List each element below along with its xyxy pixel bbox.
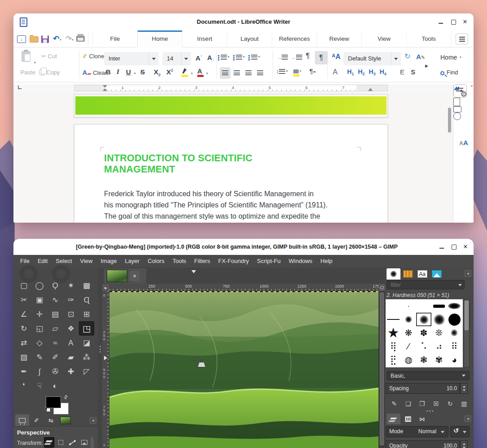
brush-item[interactable] [386, 299, 401, 313]
image-tab[interactable] [58, 414, 72, 426]
brush-item[interactable] [416, 299, 431, 313]
increase-indent-button[interactable]: → [277, 54, 288, 60]
brush-item[interactable] [416, 313, 431, 326]
writer-tab-review[interactable]: Review [317, 30, 361, 47]
highlight-caret[interactable]: ▾ [191, 72, 193, 75]
device-status-tab[interactable]: ✐ [30, 414, 43, 426]
font-color-button[interactable]: A [197, 67, 202, 75]
gimp-tool-text[interactable]: A [63, 336, 78, 350]
brush-item[interactable] [431, 299, 447, 313]
gimp-tool-foreground-select[interactable]: ▣ [32, 293, 47, 307]
brush-item[interactable]: ✽ [416, 326, 431, 340]
gimp-tool-color-picker[interactable]: ✑ [63, 293, 78, 307]
brush-item[interactable]: ❊ [431, 326, 447, 340]
find-button[interactable]: Find [440, 69, 458, 76]
gimp-tool-heal[interactable]: ✚ [63, 364, 78, 379]
clear-formatting-button[interactable]: AClear [83, 69, 107, 76]
gimp-tool-fuzzy-select[interactable]: ✶ [63, 278, 78, 293]
font-name-caret[interactable] [149, 52, 159, 65]
menu-item[interactable]: Edit [34, 255, 52, 267]
font-color-caret[interactable]: ▾ [206, 72, 208, 75]
heading-style-button[interactable]: H2 [358, 68, 365, 75]
menu-item[interactable]: Tools [169, 255, 190, 267]
new-document-icon[interactable]: ↓ [17, 35, 26, 43]
gimp-tool-scissors-select[interactable]: ✂ [16, 293, 31, 307]
menu-item[interactable]: Image [96, 255, 121, 267]
gimp-tool-shear[interactable]: ▱ [48, 321, 63, 336]
document-paragraph[interactable]: Frederick Taylor introduced his theory o… [104, 188, 362, 222]
indent-marker-left[interactable] [103, 85, 107, 88]
menu-item[interactable]: Help [317, 255, 337, 267]
gimp-tool-mypaint-brush[interactable]: ∫ [32, 364, 47, 379]
undo-dropdown-caret[interactable]: ▾ [60, 38, 61, 42]
gimp-tool-free-select[interactable]: Ϙ [48, 278, 63, 293]
brush-item[interactable]: ⣟ [386, 353, 401, 366]
shrink-font-button[interactable]: A↓ [207, 54, 214, 62]
strong-style-button[interactable]: S [411, 68, 415, 76]
canvas-vertical-scrollbar[interactable] [378, 291, 385, 448]
scrollbar-thumb[interactable] [380, 293, 384, 445]
canvas-vertical-ruler[interactable]: 02505007501 [102, 291, 109, 448]
brush-scrollbar[interactable] [464, 299, 470, 367]
gimp-tool-eraser[interactable]: ▰ [63, 350, 78, 364]
panel-resize-grip[interactable] [429, 410, 430, 412]
minimize-button[interactable] [436, 242, 448, 252]
brush-item[interactable]: ❋ [401, 326, 416, 340]
transform-path-button[interactable] [67, 437, 78, 448]
edit-style-button[interactable]: A✎ [416, 53, 425, 60]
fonts-tab[interactable]: Aa [415, 268, 429, 280]
font-size-combo[interactable]: 14 [162, 52, 191, 65]
heading-style-button[interactable]: H3 [369, 68, 375, 75]
font-name-combo[interactable]: Inter [104, 52, 159, 65]
brush-item[interactable]: ❃ [416, 353, 431, 366]
decrease-indent-button[interactable]: ← [291, 54, 302, 60]
dock-divider[interactable] [98, 267, 102, 448]
canvas-menu-button[interactable]: ▶ [103, 284, 109, 291]
layer-mode-switch-button[interactable]: ↺ [450, 426, 470, 437]
superscript-button[interactable]: X2 [166, 68, 173, 76]
layer-mode-dropdown[interactable]: Mode Normal [386, 426, 448, 437]
writer-tab-file[interactable]: File [92, 30, 137, 47]
gallery-deck-icon[interactable] [453, 106, 461, 112]
menu-item[interactable]: Layer [121, 255, 144, 267]
writer-tab-insert[interactable]: Insert [182, 30, 227, 47]
subscript-button[interactable]: X2 [154, 68, 161, 77]
open-icon[interactable] [30, 36, 39, 43]
writer-tab-view[interactable]: View [361, 30, 406, 47]
writer-titlebar[interactable]: Document.odt - LibreOffice Writer ✕ [13, 13, 474, 30]
close-button[interactable]: ✕ [459, 17, 471, 27]
brush-action-button-delete-brush[interactable]: ☒ [431, 398, 441, 409]
gimp-tool-crop[interactable]: ⊡ [63, 307, 78, 321]
minimize-button[interactable] [435, 17, 447, 27]
writer-tab-references[interactable]: References [272, 30, 317, 47]
close-button[interactable]: ✕ [460, 242, 471, 252]
cut-button[interactable]: ✂ Cut [41, 53, 57, 60]
update-style-button[interactable]: ↻ [404, 52, 410, 60]
writer-tab-layout[interactable]: Layout [227, 30, 272, 47]
open-image-tab[interactable]: ✕ [104, 268, 146, 284]
dock-menu-button[interactable]: ◂ [90, 417, 96, 424]
gimp-tool-unified-transform[interactable]: ⊞ [79, 307, 94, 321]
brush-action-button-edit-brush[interactable]: ✎ [389, 398, 399, 409]
paragraph-mark-button[interactable]: ¶ [306, 52, 310, 60]
restore-button[interactable] [448, 17, 459, 27]
gimp-tool-dodge-burn[interactable]: ◐ [48, 379, 63, 393]
brush-item[interactable]: ◍ [401, 353, 416, 366]
close-image-icon[interactable]: ✕ [130, 271, 139, 280]
brush-action-button-refresh-brushes[interactable]: ↻ [445, 398, 455, 409]
grow-font-button[interactable]: A↑ [196, 54, 202, 62]
align-left-button[interactable] [220, 67, 230, 79]
brush-item[interactable]: ⠴ [431, 340, 447, 353]
menu-hamburger-button[interactable] [456, 34, 468, 44]
swap-colors-icon[interactable]: ⇄ [62, 394, 70, 401]
tool-options-scrollbar[interactable] [91, 437, 94, 448]
gimp-tool-measure[interactable]: ∠ [16, 307, 31, 321]
character-dialog-button[interactable]: AA [332, 53, 341, 61]
menu-item[interactable]: Windows [285, 255, 317, 267]
gimp-tool-perspective[interactable]: ◳ [79, 321, 94, 336]
document-scrollbar-thumb[interactable] [448, 108, 451, 133]
underline-caret[interactable]: ▾ [134, 72, 136, 75]
gimp-tool-smudge[interactable]: ☟ [32, 379, 47, 393]
bold-button[interactable]: B [106, 68, 111, 76]
navigation-preview-button[interactable] [378, 284, 385, 291]
